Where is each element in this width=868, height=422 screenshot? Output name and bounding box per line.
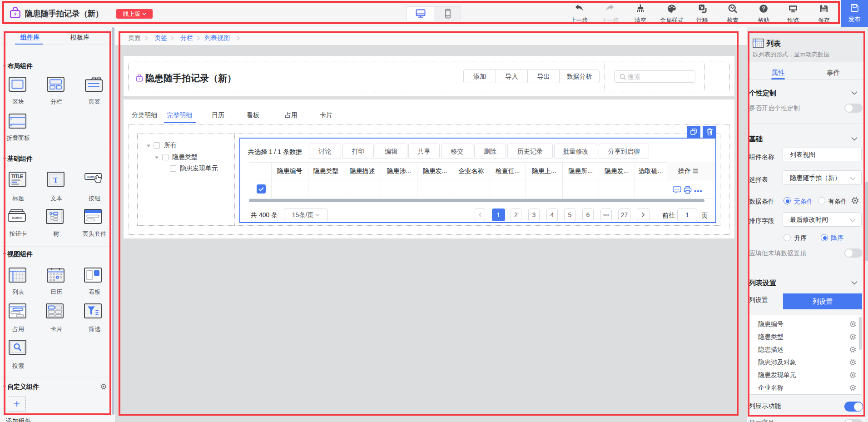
svg-text:Button: Button: [12, 216, 22, 220]
svg-text:TITLE: TITLE: [11, 174, 23, 179]
svg-text:?: ?: [762, 5, 765, 12]
svg-text:T: T: [53, 176, 59, 184]
svg-text:Button: Button: [87, 175, 97, 179]
